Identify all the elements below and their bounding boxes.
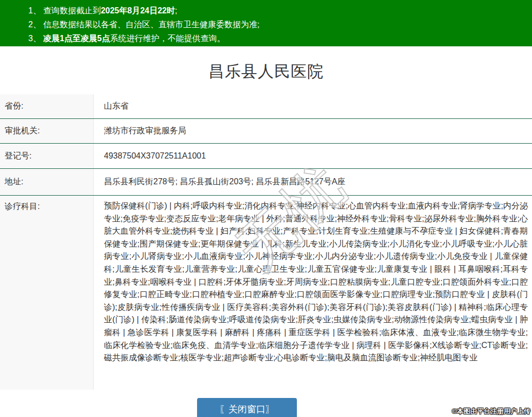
table-row-province: 省份: 山东省 (0, 94, 532, 119)
hospital-info-table: 省份: 山东省 审批机关: 潍坊市行政审批服务局 登记号: 49387504X3… (0, 94, 532, 390)
copyright-stamp: ©本图由平台注册用户上传 (452, 407, 530, 416)
notice-line-number: 1、 (28, 6, 41, 15)
notice-line-1: 1、查询数据截止到2025年8月24日22时; (28, 4, 532, 18)
table-row-address: 地址: 昌乐县利民街278号; 昌乐县孤山街203号; 昌乐县新昌路5127号A… (0, 169, 532, 196)
table-row-registration-number: 登记号: 49387504X37072511A1001 (0, 144, 532, 169)
notice-text: 信息数据结果以各省、自治区、直辖市卫生健康委数据为准; (43, 20, 259, 29)
row-value: 潍坊市行政审批服务局 (94, 119, 532, 143)
notice-text: 查询数据截止到 (43, 6, 101, 15)
row-value: 49387504X37072511A1001 (94, 144, 532, 168)
row-value: 山东省 (94, 94, 532, 118)
notice-line-3: 3、凌晨1点至凌晨5点系统进行维护，不能提供查询。 (28, 31, 532, 45)
row-value: 预防保健科(门诊) | 内科;呼吸内科专业;消化内科专业;神经内科专业;心血管内… (94, 196, 532, 390)
notice-banner: 1、查询数据截止到2025年8月24日22时; 2、信息数据结果以各省、自治区、… (0, 0, 532, 46)
row-label: 登记号: (0, 144, 94, 168)
row-label: 省份: (0, 94, 94, 118)
row-label: 地址: (0, 169, 94, 195)
notice-line-2: 2、信息数据结果以各省、自治区、直辖市卫生健康委数据为准; (28, 18, 532, 31)
close-window-button[interactable]: 〖关闭窗口〗 (197, 398, 297, 417)
page-title: 昌乐县人民医院 (0, 61, 532, 82)
row-label: 诊疗科目: (0, 196, 94, 390)
notice-text: 系统进行维护，不能提供查询。 (110, 34, 225, 43)
row-value: 昌乐县利民街278号; 昌乐县孤山街203号; 昌乐县新昌路5127号A座 (94, 169, 532, 195)
notice-text: ; (175, 6, 177, 15)
table-row-medical-departments: 诊疗科目: 预防保健科(门诊) | 内科;呼吸内科专业;消化内科专业;神经内科专… (0, 196, 532, 390)
table-row-approval-authority: 审批机关: 潍坊市行政审批服务局 (0, 119, 532, 144)
row-label: 审批机关: (0, 119, 94, 143)
notice-text-bold: 凌晨1点至凌晨5点 (43, 34, 110, 43)
notice-line-number: 3、 (28, 34, 41, 43)
notice-text-bold: 2025年8月24日22时 (101, 6, 175, 15)
notice-line-number: 2、 (28, 20, 41, 29)
